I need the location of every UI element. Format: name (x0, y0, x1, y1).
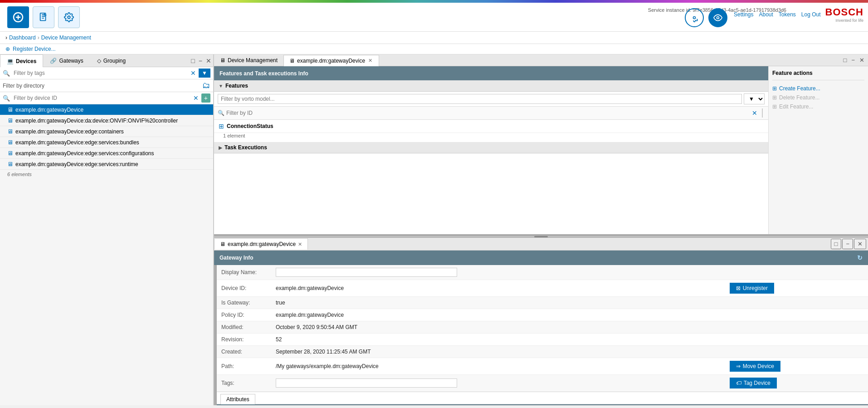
create-feature-link[interactable]: ⊞ Create Feature... (772, 84, 864, 93)
device-item-4[interactable]: 🖥 example.dm:gatewayDevice:edge:services… (0, 148, 213, 159)
gateway-tab[interactable]: 🖥 example.dm:gatewayDevice ✕ (214, 238, 308, 250)
value-modified: October 9, 2020 9:50:54 AM GMT (271, 321, 725, 333)
value-is-gateway: true (271, 296, 725, 309)
logout-link[interactable]: Log Out (801, 11, 821, 18)
attributes-tab[interactable]: Attributes (220, 394, 255, 404)
svg-point-5 (693, 17, 696, 19)
gateway-tab-ctrl-close[interactable]: ✕ (854, 239, 866, 249)
tab-gateway-device[interactable]: 🖥 example.dm:gatewayDevice ✕ (283, 55, 379, 66)
breadcrumb-device-management[interactable]: Device Management (41, 34, 91, 41)
action-cell-tags: 🏷 Tag Device (725, 374, 868, 391)
gateway-tab-ctrl-expand[interactable]: □ (831, 239, 842, 249)
panel-minimize-btn[interactable]: − (197, 54, 204, 67)
tab-grouping-label: Grouping (103, 58, 126, 64)
gateway-tab-close[interactable]: ✕ (298, 241, 302, 247)
filter-tags-dropdown-btn[interactable]: ▼ (199, 69, 210, 78)
label-modified: Modified: (217, 321, 271, 333)
register-device-bar[interactable]: ⊕ Register Device... (0, 44, 868, 54)
connection-status-row[interactable]: ⊞ ConnectionStatus (214, 120, 768, 133)
action-cell-path: ⇒ Move Device (725, 358, 868, 374)
tab-ctrl-expand[interactable]: □ (842, 56, 849, 64)
splitter-dot (534, 236, 548, 237)
right-tab-bar: 🖥 Device Management 🖥 example.dm:gateway… (214, 54, 868, 66)
device-item-1[interactable]: 🖥 example.dm:gatewayDevice:da:device:ONV… (0, 115, 213, 126)
input-tags[interactable] (276, 379, 457, 388)
left-panel: 💻 Devices 🔗 Gateways ◇ Grouping □ − ✕ 🔍 … (0, 54, 214, 405)
unregister-button[interactable]: ⊠ Unregister (730, 283, 774, 294)
filter-model-bar: ▼ (214, 92, 768, 107)
gateway-info-refresh-icon[interactable]: ↻ (857, 254, 863, 261)
action-cell-display-name (725, 265, 868, 280)
features-sidebar: Feature actions ⊞ Create Feature... ⊞ De… (768, 66, 868, 234)
device-item-3[interactable]: 🖥 example.dm:gatewayDevice:edge:services… (0, 137, 213, 148)
tag-device-label: Tag Device (744, 380, 770, 386)
tab-gateways[interactable]: 🔗 Gateways (43, 54, 90, 67)
move-device-label: Move Device (743, 363, 774, 369)
tab-ctrl-minimize[interactable]: − (849, 56, 857, 64)
device-item-2[interactable]: 🖥 example.dm:gatewayDevice:edge:containe… (0, 126, 213, 137)
device-id-4: example.dm:gatewayDevice:edge:services:c… (15, 150, 154, 157)
move-device-button[interactable]: ⇒ Move Device (730, 361, 780, 372)
gd-tab-close[interactable]: ✕ (367, 58, 373, 64)
settings-button[interactable] (58, 6, 80, 28)
bosch-brand: BOSCH (825, 6, 863, 18)
settings-link[interactable]: Settings (734, 11, 753, 18)
document-button[interactable] (33, 6, 54, 28)
device-icon-4: 🖥 (7, 150, 13, 157)
task-section-header[interactable]: ▶ Task Executions (214, 142, 768, 153)
filter-directory-bar: Filter by directory 🗂 (0, 79, 213, 92)
value-tags (271, 374, 725, 391)
device-item-5[interactable]: 🖥 example.dm:gatewayDevice:edge:services… (0, 159, 213, 170)
label-is-gateway: Is Gateway: (217, 296, 271, 309)
table-row-display-name: Display Name: (217, 265, 868, 280)
header-buttons (7, 6, 80, 28)
unregister-icon: ⊠ (736, 285, 741, 291)
about-link[interactable]: About (759, 11, 773, 18)
features-pane: Features and Task executions Info ▼ Feat… (214, 66, 868, 236)
main-layout: 💻 Devices 🔗 Gateways ◇ Grouping □ − ✕ 🔍 … (0, 54, 868, 405)
breadcrumb-dashboard[interactable]: Dashboard (9, 34, 36, 41)
tab-grouping[interactable]: ◇ Grouping (90, 54, 132, 67)
filter-directory-label: Filter by directory (3, 83, 202, 89)
register-label: Register Device... (13, 46, 56, 52)
panel-close-btn[interactable]: ✕ (204, 54, 213, 67)
table-row-modified: Modified: October 9, 2020 9:50:54 AM GMT (217, 321, 868, 333)
grouping-icon: ◇ (97, 58, 101, 64)
table-row-created: Created: September 28, 2020 11:25:45 AM … (217, 345, 868, 358)
filter-id-input[interactable] (226, 110, 749, 116)
content-area: Features and Task executions Info ▼ Feat… (214, 66, 868, 405)
tokens-link[interactable]: Tokens (779, 11, 796, 18)
add-button[interactable] (7, 6, 29, 28)
filter-model-dropdown[interactable]: ▼ (744, 93, 765, 104)
filter-device-id-bar: 🔍 ✕ + (0, 92, 213, 104)
filter-id-clear-btn[interactable]: ✕ (192, 93, 200, 103)
connection-status-label: ConnectionStatus (227, 123, 273, 129)
tab-devices[interactable]: 💻 Devices (0, 54, 43, 67)
panel-tabs: 💻 Devices 🔗 Gateways ◇ Grouping □ − ✕ (0, 54, 213, 67)
move-device-icon: ⇒ (736, 363, 741, 369)
filter-tags-input[interactable] (12, 69, 188, 77)
features-section-header[interactable]: ▼ Features (214, 80, 768, 92)
attributes-section: Attributes Tree mode ⊞ | + 🗑 ↑ (217, 392, 868, 406)
table-row-is-gateway: Is Gateway: true (217, 296, 868, 309)
input-display-name[interactable] (276, 268, 457, 277)
bosch-logo: BOSCH Invented for life (825, 6, 863, 23)
tab-device-management[interactable]: 🖥 Device Management (214, 54, 283, 66)
settings-circle-btn[interactable] (685, 8, 704, 27)
filter-tags-clear-btn[interactable]: ✕ (190, 69, 197, 78)
action-cell-policy-id (725, 309, 868, 321)
gateway-tab-ctrl-min[interactable]: − (842, 239, 853, 249)
filter-model-input[interactable] (218, 94, 742, 104)
filter-id-advanced-btn[interactable]: + (201, 93, 210, 103)
device-item-0[interactable]: 🖥 example.dm:gatewayDevice (0, 104, 213, 115)
task-toggle-icon: ▶ (219, 145, 222, 150)
tag-device-button[interactable]: 🏷 Tag Device (730, 378, 777, 388)
features-toggle-icon: ▼ (219, 84, 223, 88)
filter-device-id-input[interactable] (12, 94, 190, 102)
eye-circle-btn[interactable] (708, 8, 727, 27)
filter-id-clear[interactable]: ✕ (751, 108, 758, 118)
panel-expand-btn[interactable]: □ (189, 54, 196, 67)
tab-ctrl-close[interactable]: ✕ (858, 56, 866, 64)
label-display-name: Display Name: (217, 265, 271, 280)
directory-icon[interactable]: 🗂 (202, 81, 210, 90)
